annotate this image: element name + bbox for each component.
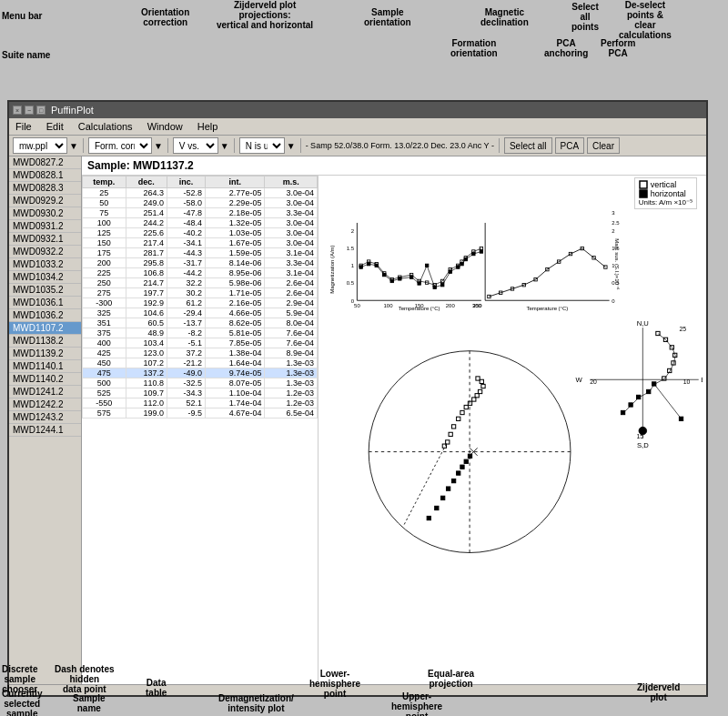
svg-text:2.5: 2.5: [612, 220, 620, 226]
table-row[interactable]: -300192.961.22.16e-052.9e-04: [83, 298, 318, 308]
table-row[interactable]: 125225.6-40.21.03e-053.0e-04: [83, 228, 318, 238]
legend-vertical-label: vertical: [651, 180, 677, 189]
sample-item[interactable]: MWD1139.2: [9, 348, 81, 360]
svg-rect-45: [449, 270, 451, 273]
table-row[interactable]: 37548.9-8.25.81e-057.6e-04: [83, 328, 318, 338]
table-row[interactable]: 475137.2-49.09.74e-051.3e-03: [83, 368, 318, 378]
sample-item[interactable]: MWD0827.2: [9, 156, 81, 169]
table-cell: 1.2e-03: [265, 388, 318, 398]
sample-item[interactable]: MWD0931.2: [9, 220, 81, 233]
mag-sus-plot: Temperature (°C) Mag. sus. (S.I.)×10⁻⁶ 0…: [485, 210, 620, 311]
table-row[interactable]: 225106.8-44.28.95e-063.1e-04: [83, 268, 318, 278]
table-cell: 8.0e-04: [265, 318, 318, 328]
sample-item[interactable]: MWD0932.1: [9, 233, 81, 246]
window-title: PuffinPlot: [51, 105, 94, 116]
sample-item[interactable]: MWD1036.1: [9, 297, 81, 309]
sample-item[interactable]: MWD1138.2: [9, 335, 81, 348]
table-row[interactable]: 75251.4-47.82.18e-053.3e-04: [83, 208, 318, 218]
table-row[interactable]: 100244.2-48.41.32e-053.0e-04: [83, 218, 318, 228]
sample-list[interactable]: MWD0827.2MWD0828.1MWD0828.3MWD0929.2MWD0…: [9, 156, 82, 684]
table-cell: 103.4: [126, 338, 167, 348]
menu-edit[interactable]: Edit: [44, 120, 66, 133]
svg-rect-88: [451, 425, 455, 429]
sample-item[interactable]: MWD1140.2: [9, 373, 81, 386]
table-row[interactable]: 250214.732.25.98e-062.6e-04: [83, 278, 318, 288]
direction-select[interactable]: N is up: [239, 137, 285, 154]
svg-rect-1: [640, 190, 647, 197]
col-ms: m.s.: [265, 176, 318, 188]
sample-item[interactable]: MWD0930.2: [9, 207, 81, 220]
menu-help[interactable]: Help: [195, 120, 221, 133]
data-table-container[interactable]: temp. dec. inc. int. m.s. 25264.3-52.82.…: [82, 176, 318, 681]
projection-select[interactable]: V vs. E: [173, 137, 218, 154]
main-window: × − □ PuffinPlot File Edit Calculations …: [7, 100, 708, 697]
maximize-btn[interactable]: □: [36, 106, 46, 115]
title-bar: × − □ PuffinPlot: [9, 102, 706, 118]
sample-item[interactable]: MWD1107.2: [9, 322, 81, 335]
svg-rect-85: [464, 405, 468, 408]
sample-item[interactable]: MWD1140.1: [9, 360, 81, 373]
table-cell: 1.32e-05: [206, 218, 265, 228]
sample-item[interactable]: MWD1243.2: [9, 411, 81, 424]
table-cell: 275: [83, 288, 126, 298]
table-row[interactable]: 175281.7-44.31.59e-053.1e-04: [83, 248, 318, 258]
table-cell: 109.7: [126, 388, 167, 398]
sample-item[interactable]: MWD1242.2: [9, 398, 81, 411]
table-row[interactable]: 450107.2-21.21.64e-041.3e-03: [83, 358, 318, 368]
table-row[interactable]: 275197.730.21.71e-052.6e-04: [83, 288, 318, 298]
sample-item[interactable]: MWD0828.3: [9, 182, 81, 195]
menu-file[interactable]: File: [13, 120, 35, 133]
sample-item[interactable]: MWD0929.2: [9, 195, 81, 207]
svg-rect-39: [399, 277, 401, 280]
toolbar-arrow4: ▼: [287, 141, 296, 151]
table-row[interactable]: 50249.0-58.02.29e-053.0e-04: [83, 198, 318, 208]
table-cell: 525: [83, 388, 126, 398]
pca-btn[interactable]: PCA: [555, 137, 585, 154]
table-row[interactable]: 575199.0-9.54.67e-046.5e-04: [83, 408, 318, 419]
table-row[interactable]: 500110.8-32.58.07e-051.3e-03: [83, 378, 318, 388]
table-cell: 1.3e-03: [265, 368, 318, 378]
svg-rect-80: [481, 384, 485, 388]
svg-text:3: 3: [612, 210, 615, 216]
table-row[interactable]: 525109.7-34.31.10e-041.2e-03: [83, 388, 318, 398]
svg-rect-83: [472, 398, 476, 401]
close-btn[interactable]: ×: [13, 106, 22, 115]
sample-item[interactable]: MWD1036.2: [9, 309, 81, 322]
sample-item[interactable]: MWD1244.1: [9, 424, 81, 437]
table-cell: 3.0e-04: [265, 218, 318, 228]
sample-item[interactable]: MWD1241.2: [9, 386, 81, 398]
table-cell: 50: [83, 198, 126, 208]
table-row[interactable]: 150217.4-34.11.67e-053.0e-04: [83, 238, 318, 248]
sample-item[interactable]: MWD0932.2: [9, 246, 81, 258]
minimize-btn[interactable]: −: [25, 106, 34, 115]
table-cell: 8.95e-06: [206, 268, 265, 278]
table-cell: 112.0: [126, 398, 167, 408]
sample-item[interactable]: MWD1034.2: [9, 271, 81, 284]
table-row[interactable]: 35160.5-13.78.62e-058.0e-04: [83, 318, 318, 328]
select-all-label: Selectallpoints: [571, 2, 599, 32]
svg-text:2: 2: [612, 228, 615, 234]
table-row[interactable]: 325104.6-29.44.66e-055.9e-04: [83, 308, 318, 318]
table-cell: 1.3e-03: [265, 378, 318, 388]
menu-window[interactable]: Window: [145, 120, 186, 133]
select-all-btn[interactable]: Select all: [504, 137, 552, 154]
table-cell: 214.7: [126, 278, 167, 288]
table-row[interactable]: 200295.8-31.78.14e-063.3e-04: [83, 258, 318, 268]
table-row[interactable]: -550112.052.11.74e-041.2e-03: [83, 398, 318, 408]
table-row[interactable]: 425123.037.21.38e-048.9e-04: [83, 348, 318, 358]
table-cell: 3.0e-04: [265, 198, 318, 208]
title-bar-buttons[interactable]: × − □: [13, 106, 46, 115]
table-cell: 2.16e-05: [206, 298, 265, 308]
table-cell: 60.5: [126, 318, 167, 328]
form-corr-select[interactable]: Form. corr.: [88, 137, 152, 154]
table-cell: -31.7: [167, 258, 205, 268]
suite-select[interactable]: mw.ppl: [13, 137, 67, 154]
table-row[interactable]: 25264.3-52.82.77e-053.0e-04: [83, 188, 318, 198]
sample-item[interactable]: MWD1035.2: [9, 284, 81, 297]
sample-item[interactable]: MWD1033.2: [9, 258, 81, 271]
table-row[interactable]: 400103.4-5.17.85e-057.6e-04: [83, 338, 318, 348]
table-cell: 325: [83, 308, 126, 318]
menu-calculations[interactable]: Calculations: [76, 120, 136, 133]
clear-btn[interactable]: Clear: [587, 137, 620, 154]
sample-item[interactable]: MWD0828.1: [9, 169, 81, 182]
